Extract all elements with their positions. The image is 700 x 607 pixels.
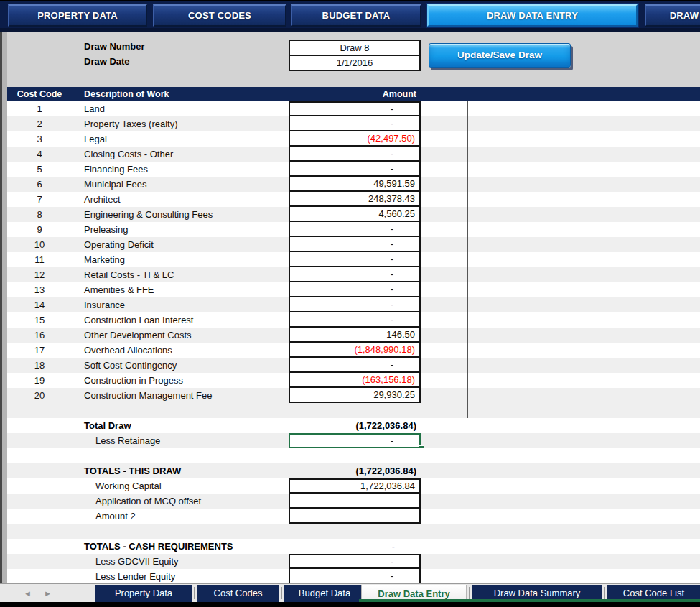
- table-row: 20Construction Management Fee29,930.25: [7, 388, 700, 403]
- description-value: Construction in Progess: [84, 373, 183, 388]
- amount-cell[interactable]: -: [289, 222, 421, 237]
- totals-row: Total Draw(1,722,036.84): [7, 418, 700, 433]
- amount-cell[interactable]: -: [289, 282, 421, 297]
- sheet-tab-cost-codes[interactable]: Cost Codes: [197, 585, 279, 602]
- totals-rows: Total Draw(1,722,036.84)Less Retainage-T…: [7, 403, 700, 584]
- totals-cash-requirements-value: -: [289, 539, 421, 554]
- amount-cell[interactable]: -: [289, 312, 421, 328]
- update-save-draw-button[interactable]: Update/Save Draw: [429, 43, 571, 68]
- amount-cell[interactable]: 29,930.25: [289, 388, 421, 403]
- amount-cell[interactable]: -: [289, 101, 421, 116]
- top-tab-budget-data[interactable]: BUDGET DATA: [291, 4, 421, 27]
- totals-row: Less GDCVII Equity-: [7, 554, 700, 569]
- draw-number-field[interactable]: Draw 8: [290, 41, 419, 56]
- spacer-row: [7, 524, 700, 539]
- table-row: 8Engineering & Consulting Fees4,560.25: [7, 207, 700, 222]
- description-value: Land: [84, 101, 105, 116]
- description-value: Insurance: [84, 297, 125, 312]
- amount-cell[interactable]: -: [289, 358, 421, 373]
- table-row: 2Property Taxes (realty)-: [7, 116, 700, 131]
- totals-row: TOTALS - CASH REQUIREMENTS-: [7, 539, 700, 554]
- description-value: Architect: [84, 192, 121, 207]
- description-value: Property Taxes (realty): [84, 116, 178, 131]
- totals-cash-requirements-label: TOTALS - CASH REQUIREMENTS: [84, 539, 233, 554]
- cost-code-value: 9: [7, 222, 72, 237]
- top-tab-cost-codes[interactable]: COST CODES: [153, 4, 286, 27]
- amount-cell[interactable]: -: [289, 252, 421, 267]
- draw-date-field[interactable]: 1/1/2016: [290, 56, 419, 70]
- cost-code-header: Cost Code: [7, 87, 72, 101]
- draw-form: Draw Number Draw Date Draw 8 1/1/2016 Up…: [7, 32, 700, 87]
- table-row: 5Financing Fees-: [7, 162, 700, 177]
- description-value: Engineering & Consulting Fees: [84, 207, 213, 222]
- amount-cell[interactable]: -: [289, 267, 421, 282]
- amount-cell[interactable]: -: [289, 116, 421, 131]
- spacer-row: [7, 403, 700, 418]
- amount-cell[interactable]: 4,560.25: [289, 207, 421, 222]
- less-retainage-label: Less Retainage: [95, 433, 160, 448]
- amount-cell[interactable]: 49,591.59: [289, 177, 421, 192]
- cost-code-value: 7: [7, 192, 72, 207]
- tab-divider: [469, 587, 470, 599]
- cost-code-value: 6: [7, 177, 72, 192]
- draw-date-label: Draw Date: [84, 56, 130, 67]
- amount-cell[interactable]: (42,497.50): [289, 131, 421, 147]
- sheet-nav-right-arrow[interactable]: ►: [44, 588, 52, 599]
- sheet-tab-property-data[interactable]: Property Data: [95, 585, 192, 602]
- table-row: 15Construction Loan Interest-: [7, 312, 700, 328]
- application-of-mcq-offset-label: Application of MCQ offset: [95, 494, 201, 509]
- top-nav-bar: PROPERTY DATACOST CODESBUDGET DATADRAW D…: [0, 0, 700, 32]
- table-row: 16Other Development Costs146.50: [7, 328, 700, 343]
- amount-cell[interactable]: (1,848,990.18): [289, 343, 421, 358]
- working-capital-value[interactable]: 1,722,036.84: [289, 478, 421, 494]
- top-tab-draw-data-summary[interactable]: DRAW DATA SUMMARY: [645, 4, 700, 27]
- totals-row: Amount 2: [7, 509, 700, 524]
- table-row: 6Municipal Fees49,591.59: [7, 177, 700, 192]
- less-retainage-value[interactable]: -: [289, 433, 421, 448]
- amount-cell[interactable]: 248,378.43: [289, 192, 421, 207]
- draw-number-label: Draw Number: [84, 41, 145, 52]
- table-row: 17Overhead Allocations(1,848,990.18): [7, 343, 700, 358]
- amount-cell[interactable]: -: [289, 297, 421, 312]
- left-gutter: [0, 0, 7, 602]
- amount-cell[interactable]: -: [289, 147, 421, 162]
- table-row: 11Marketing-: [7, 252, 700, 267]
- description-value: Legal: [84, 131, 107, 147]
- description-value: Marketing: [84, 252, 125, 267]
- totals-this-draw-label: TOTALS - THIS DRAW: [84, 463, 181, 478]
- amount-2-value[interactable]: [289, 509, 421, 524]
- sheet-nav-left-arrow[interactable]: ◄: [24, 588, 32, 599]
- amount-cell[interactable]: -: [289, 162, 421, 177]
- less-lender-equity-value[interactable]: -: [289, 569, 421, 584]
- top-tab-draw-data-entry[interactable]: DRAW DATA ENTRY: [427, 4, 638, 27]
- cost-code-value: 17: [7, 343, 72, 358]
- table-row: 9Preleasing-: [7, 222, 700, 237]
- description-value: Other Development Costs: [84, 328, 192, 343]
- active-sheet-underline: [359, 599, 700, 602]
- application-of-mcq-offset-value[interactable]: [289, 494, 421, 509]
- cost-code-value: 4: [7, 147, 72, 162]
- description-value: Overhead Allocations: [84, 343, 172, 358]
- cost-code-value: 20: [7, 388, 72, 403]
- totals-row: TOTALS - THIS DRAW(1,722,036.84): [7, 463, 700, 478]
- table-row: 18Soft Cost Contingency-: [7, 358, 700, 373]
- total-draw-value: (1,722,036.84): [289, 418, 421, 433]
- cost-code-value: 13: [7, 282, 72, 297]
- cost-code-value: 2: [7, 116, 72, 131]
- less-gdcvii-equity-value[interactable]: -: [289, 554, 421, 569]
- cost-code-value: 3: [7, 131, 72, 147]
- amount-cell[interactable]: -: [289, 237, 421, 252]
- totals-row: Working Capital1,722,036.84: [7, 478, 700, 494]
- description-value: Municipal Fees: [84, 177, 146, 192]
- top-tab-property-data[interactable]: PROPERTY DATA: [8, 4, 147, 27]
- table-row: 4Closing Costs - Other-: [7, 147, 700, 162]
- totals-row: Application of MCQ offset: [7, 494, 700, 509]
- description-value: Construction Loan Interest: [84, 312, 193, 328]
- left-edge-line: [0, 0, 2, 602]
- bottom-strip: [0, 602, 700, 607]
- draw-fields-box: Draw 8 1/1/2016: [289, 40, 421, 71]
- sheet-tab-budget-data[interactable]: Budget Data: [284, 585, 365, 602]
- cost-code-value: 10: [7, 237, 72, 252]
- amount-cell[interactable]: 146.50: [289, 328, 421, 343]
- amount-cell[interactable]: (163,156.18): [289, 373, 421, 388]
